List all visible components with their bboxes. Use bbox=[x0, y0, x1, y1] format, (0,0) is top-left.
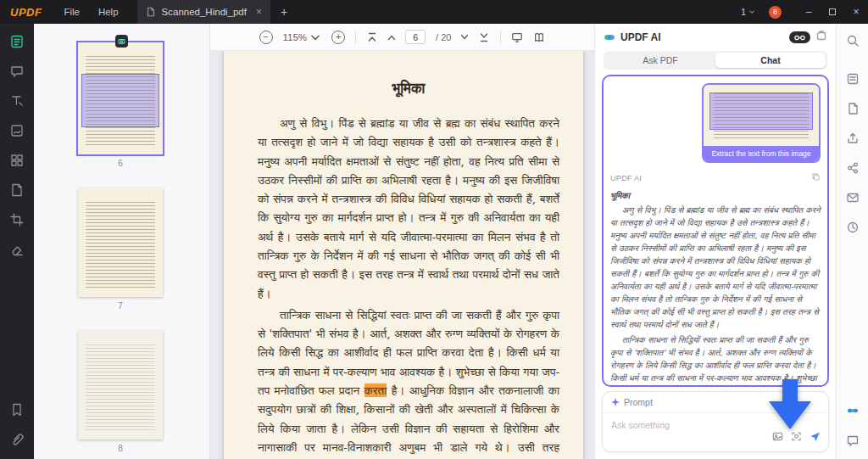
search-icon[interactable] bbox=[846, 34, 860, 51]
zoom-level-dropdown[interactable]: 115% bbox=[283, 31, 322, 43]
response-header: UPDF AI bbox=[610, 170, 821, 185]
screenshot-selection-overlay bbox=[81, 74, 159, 127]
window-count-value: 1 bbox=[741, 7, 746, 17]
share-icon[interactable] bbox=[846, 161, 860, 178]
thumbnail-page-8-preview[interactable] bbox=[78, 331, 163, 439]
thumbnail-page-7[interactable]: 7 bbox=[78, 188, 163, 311]
organize-pages-icon[interactable] bbox=[9, 153, 25, 171]
send-icon[interactable] bbox=[810, 430, 821, 445]
ai-panel-header: UPDF AI bbox=[595, 24, 836, 51]
tutorial-arrow-annotation bbox=[765, 378, 815, 431]
response-paragraph: अणु से विभु। पिंड से ब्रह्मांड या जीव से… bbox=[610, 204, 821, 331]
toolbar-divider bbox=[355, 31, 356, 44]
page-heading: भूमिका bbox=[258, 80, 559, 97]
user-message-text: Extract the text from this image bbox=[704, 146, 819, 161]
page-paragraph: अणु से विभु। पिंड से ब्रह्मांड या जीव से… bbox=[258, 114, 559, 303]
chevron-down-icon bbox=[748, 8, 755, 15]
thumbnail-page-number: 7 bbox=[78, 301, 163, 311]
user-avatar[interactable]: 8 bbox=[769, 6, 782, 19]
presentation-mode-icon[interactable] bbox=[511, 31, 523, 43]
response-title: भूमिका bbox=[610, 189, 821, 202]
comment-icon[interactable] bbox=[9, 64, 25, 82]
document-column: − 115% + / 20 bbox=[210, 24, 594, 459]
last-page-icon[interactable] bbox=[478, 31, 490, 43]
user-message-bubble: Extract the text from this image bbox=[702, 83, 821, 163]
thumbnail-page-8[interactable]: 8 bbox=[78, 331, 163, 453]
edit-text-icon[interactable] bbox=[9, 93, 25, 112]
page-thumbnails-icon[interactable] bbox=[846, 102, 860, 119]
ai-panel-title: UPDF AI bbox=[620, 31, 661, 43]
ai-mode-tabs: Ask PDF Chat bbox=[604, 51, 827, 70]
right-tool-rail bbox=[836, 24, 868, 459]
thumbnail-page-6-preview[interactable] bbox=[78, 42, 163, 154]
response-author-label: UPDF AI bbox=[610, 173, 642, 182]
ask-input[interactable] bbox=[603, 413, 743, 437]
prompt-actions bbox=[772, 430, 821, 445]
thumbnail-page-7-preview[interactable] bbox=[78, 188, 163, 297]
close-window-button[interactable]: × bbox=[844, 6, 868, 18]
chevron-down-icon bbox=[309, 31, 321, 43]
screenshot-camera-badge[interactable] bbox=[115, 35, 128, 48]
page-total-label: / 20 bbox=[436, 32, 451, 42]
menu-file[interactable]: File bbox=[64, 7, 80, 17]
ai-goggles-icon[interactable] bbox=[789, 31, 810, 43]
thumbnail-text-lines bbox=[86, 342, 155, 431]
add-image-icon[interactable] bbox=[772, 430, 783, 445]
sparkle-icon bbox=[611, 398, 620, 406]
page-edit-icon[interactable] bbox=[9, 182, 25, 201]
updf-app-window: UPDF File Help Scanned_Hindi_pdf × + 1 8… bbox=[0, 0, 868, 459]
two-page-view-icon[interactable] bbox=[533, 31, 545, 43]
tab-ask-pdf[interactable]: Ask PDF bbox=[605, 53, 715, 68]
bookmark-icon[interactable] bbox=[9, 402, 25, 421]
screenshot-selection-highlight bbox=[709, 92, 813, 131]
thumbnail-panel: 6 7 8 bbox=[34, 24, 210, 459]
updf-logo: UPDF bbox=[10, 6, 42, 19]
left-tool-rail bbox=[0, 24, 34, 459]
tab-chat[interactable]: Chat bbox=[715, 53, 826, 68]
annotation-list-icon[interactable] bbox=[846, 72, 860, 89]
thumbnail-page-number: 8 bbox=[78, 444, 163, 453]
toolbar-divider bbox=[500, 31, 501, 44]
screenshot-capture-icon[interactable] bbox=[791, 430, 802, 445]
ai-chat-thread: Extract the text from this image UPDF AI… bbox=[602, 75, 829, 387]
ai-response-text: भूमिका अणु से विभु। पिंड से ब्रह्मांड या… bbox=[610, 189, 821, 387]
comment-panel-icon[interactable] bbox=[846, 434, 860, 451]
eraser-icon[interactable] bbox=[9, 242, 25, 260]
thumbnail-text-lines bbox=[86, 199, 155, 288]
menu-help[interactable]: Help bbox=[98, 7, 119, 17]
crop-icon[interactable] bbox=[9, 212, 25, 231]
thumbnail-page-number: 6 bbox=[78, 159, 163, 168]
email-icon[interactable] bbox=[846, 191, 860, 208]
highlighted-word: करता bbox=[364, 383, 387, 397]
next-page-icon[interactable] bbox=[459, 31, 470, 43]
previous-page-icon[interactable] bbox=[386, 31, 398, 43]
thumbnail-page-6[interactable]: 6 bbox=[78, 42, 163, 168]
tab-file-icon bbox=[146, 7, 156, 17]
zoom-in-button[interactable]: + bbox=[331, 31, 345, 44]
reader-mode-icon[interactable] bbox=[9, 34, 25, 53]
maximize-button[interactable] bbox=[821, 6, 844, 18]
clear-history-icon[interactable] bbox=[815, 30, 827, 45]
copy-icon[interactable] bbox=[811, 170, 821, 185]
export-icon[interactable] bbox=[846, 132, 860, 148]
attached-screenshot-image[interactable] bbox=[704, 85, 819, 146]
window-count-dropdown[interactable]: 1 bbox=[741, 7, 755, 17]
minimize-button[interactable]: – bbox=[797, 6, 821, 18]
document-toolbar: − 115% + / 20 bbox=[210, 24, 594, 51]
tab-close-icon[interactable]: × bbox=[256, 6, 262, 18]
new-tab-button[interactable]: + bbox=[281, 5, 287, 19]
page-paragraph: तान्त्रिक साधना से सिद्धियां स्वतः प्राप… bbox=[258, 305, 559, 459]
titlebar: UPDF File Help Scanned_Hindi_pdf × + 1 8… bbox=[0, 0, 868, 24]
fill-sign-icon[interactable] bbox=[9, 123, 25, 142]
attachment-icon[interactable] bbox=[9, 432, 25, 451]
ai-assistant-icon[interactable] bbox=[846, 404, 860, 421]
page-number-input[interactable] bbox=[405, 30, 426, 44]
zoom-level-value: 115% bbox=[283, 32, 308, 42]
first-page-icon[interactable] bbox=[366, 31, 378, 43]
history-icon[interactable] bbox=[846, 221, 860, 238]
document-tab[interactable]: Scanned_Hindi_pdf × bbox=[137, 0, 270, 24]
zoom-out-button[interactable]: − bbox=[259, 31, 273, 44]
document-canvas: भूमिका अणु से विभु। पिंड से ब्रह्मांड या… bbox=[210, 51, 594, 459]
maximize-icon bbox=[829, 8, 836, 15]
updf-ai-logo-icon bbox=[604, 31, 615, 43]
